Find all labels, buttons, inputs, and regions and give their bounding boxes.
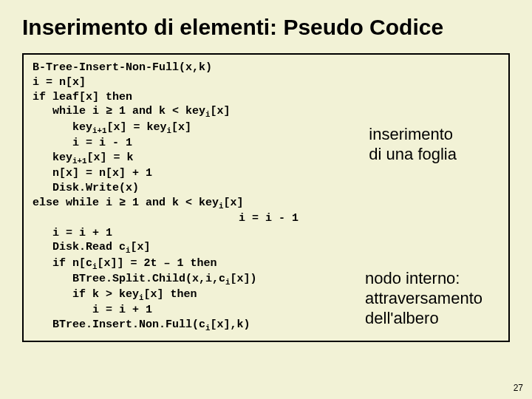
- code-line: B-Tree-Insert-Non-Full(x,k): [33, 61, 499, 75]
- code-line: else while i ≥ 1 and k < keyi[x]: [33, 196, 499, 211]
- code-line: n[x] = n[x] + 1: [33, 166, 499, 181]
- code-line: while i ≥ 1 and k < keyi[x]: [33, 104, 499, 120]
- page-number: 27: [514, 383, 523, 393]
- pseudocode-box: B-Tree-Insert-Non-Full(x,k) i = n[x] if …: [22, 53, 510, 342]
- code-line: i = n[x]: [33, 75, 499, 90]
- code-line: i = i - 1: [33, 211, 499, 226]
- slide: Inserimento di elementi: Pseudo Codice B…: [0, 0, 532, 349]
- code-line: i = i + 1: [33, 226, 499, 241]
- slide-title: Inserimento di elementi: Pseudo Codice: [22, 15, 510, 40]
- annotation-internal-node: nodo interno: attraversamento dell'alber…: [365, 269, 482, 328]
- annotation-leaf-insert: inserimento di una foglia: [369, 125, 457, 165]
- code-line: if leaf[x] then: [33, 90, 499, 105]
- code-line: Disk.Write(x): [33, 181, 499, 196]
- code-line: Disk.Read ci[x]: [33, 240, 499, 256]
